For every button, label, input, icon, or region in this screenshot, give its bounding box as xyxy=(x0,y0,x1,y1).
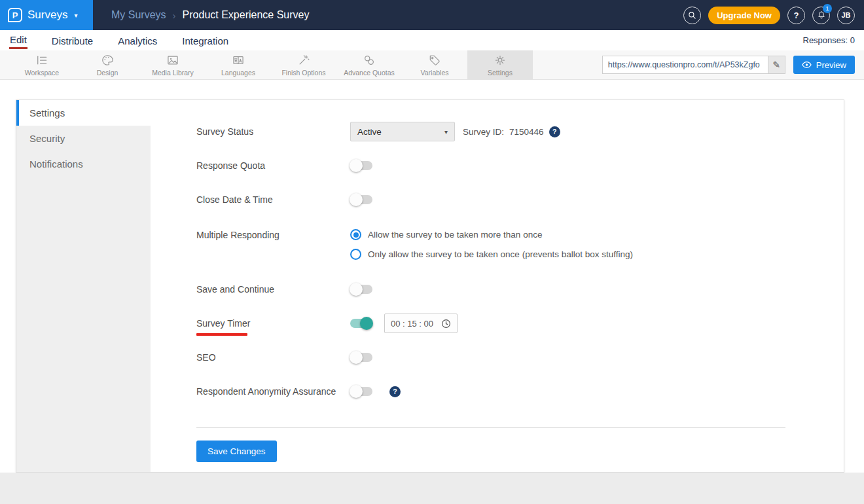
settings-card: Settings Security Notifications Survey S… xyxy=(16,99,844,473)
radio-button[interactable] xyxy=(350,229,361,240)
multiple-responding-row: Multiple Responding Allow the survey to … xyxy=(196,229,844,260)
workspace-icon xyxy=(35,54,48,67)
brand-label: Surveys xyxy=(27,9,67,22)
responses-count: Responses: 0 xyxy=(803,35,855,45)
settings-form: Survey Status Active ▾ Survey ID: 715044… xyxy=(151,100,844,472)
palette-icon xyxy=(101,54,114,67)
toolbar-item-label: Design xyxy=(97,69,118,77)
toolbar-item-variables[interactable]: Variables xyxy=(402,50,467,79)
radio-option-label[interactable]: Only allow the survey to be taken once (… xyxy=(368,249,633,259)
survey-id-label: Survey ID: xyxy=(463,127,504,137)
toolbar-item-finish-options[interactable]: Finish Options xyxy=(271,50,336,79)
question-mark-icon: ? xyxy=(794,10,799,20)
clock-icon xyxy=(441,319,451,329)
anonymity-help-icon[interactable]: ? xyxy=(389,386,401,397)
edit-url-button[interactable]: ✎ xyxy=(768,56,785,73)
survey-link-area: https://www.questionpro.com/t/AP53kZgfo … xyxy=(602,50,864,79)
avatar-initials: JB xyxy=(841,11,850,19)
toolbar-item-languages[interactable]: Languages xyxy=(206,50,271,79)
preview-button[interactable]: Preview xyxy=(793,56,855,74)
tab-distribute[interactable]: Distribute xyxy=(51,33,94,48)
respondent-anonymity-toggle[interactable] xyxy=(350,387,372,396)
multiple-responding-label: Multiple Responding xyxy=(196,230,350,240)
survey-timer-row: Survey Timer 00 : 15 : 00 xyxy=(196,314,844,333)
tag-icon xyxy=(428,54,441,67)
search-button[interactable] xyxy=(683,7,701,24)
avatar[interactable]: JB xyxy=(837,7,855,24)
toggle-knob xyxy=(360,317,373,330)
chevron-down-icon: ▾ xyxy=(444,128,448,135)
toggle-knob xyxy=(350,385,363,398)
toggle-knob xyxy=(350,159,363,172)
toolbar-item-settings[interactable]: Settings xyxy=(467,50,533,79)
sidebar-item-notifications[interactable]: Notifications xyxy=(16,151,151,177)
settings-sidebar: Settings Security Notifications xyxy=(16,100,151,472)
close-date-time-toggle[interactable] xyxy=(350,195,372,204)
survey-url-input[interactable]: https://www.questionpro.com/t/AP53kZgfo xyxy=(603,60,768,69)
survey-status-value: Active xyxy=(357,127,382,137)
sidebar-item-settings[interactable]: Settings xyxy=(16,100,151,126)
toolbar-item-workspace[interactable]: Workspace xyxy=(9,50,75,79)
survey-id-help-icon[interactable]: ? xyxy=(549,126,560,137)
save-and-continue-toggle[interactable] xyxy=(350,285,372,294)
survey-timer-time-value: 00 : 15 : 00 xyxy=(391,319,433,329)
radio-option-once-only[interactable]: Only allow the survey to be taken once (… xyxy=(350,249,633,260)
tab-integration[interactable]: Integration xyxy=(181,33,229,48)
toolbar-item-label: Variables xyxy=(421,69,449,77)
toolbar-item-label: Settings xyxy=(488,69,513,77)
survey-id-value: 7150446 xyxy=(509,127,544,137)
breadcrumb-separator-icon: › xyxy=(173,10,176,21)
survey-status-select[interactable]: Active ▾ xyxy=(350,122,455,141)
languages-icon xyxy=(232,54,245,67)
seo-row: SEO xyxy=(196,348,844,367)
survey-timer-underline-annotation xyxy=(196,333,247,336)
help-button[interactable]: ? xyxy=(787,7,805,24)
preview-button-label: Preview xyxy=(816,60,846,70)
tab-edit[interactable]: Edit xyxy=(9,31,27,49)
brand-menu[interactable]: P Surveys ▾ xyxy=(0,0,93,30)
sidebar-item-security[interactable]: Security xyxy=(16,126,151,151)
survey-timer-toggle[interactable] xyxy=(350,319,372,328)
breadcrumb: My Surveys › Product Experience Survey xyxy=(111,9,309,21)
toggle-knob xyxy=(350,193,363,206)
response-quota-toggle[interactable] xyxy=(350,161,372,170)
toolbar-item-media-library[interactable]: Media Library xyxy=(140,50,206,79)
page-background-band xyxy=(0,473,864,504)
pencil-icon: ✎ xyxy=(772,60,780,70)
survey-id-group: Survey ID: 7150446 ? xyxy=(463,126,560,137)
topbar-actions: Upgrade Now ? 1 JB xyxy=(683,7,864,24)
save-and-continue-label: Save and Continue xyxy=(196,284,350,295)
search-icon xyxy=(688,11,696,20)
upgrade-now-button[interactable]: Upgrade Now xyxy=(708,7,780,24)
page-content: Settings Security Notifications Survey S… xyxy=(0,80,864,473)
toolbar-item-label: Finish Options xyxy=(281,69,325,77)
tab-analytics[interactable]: Analytics xyxy=(117,33,158,48)
radio-option-label[interactable]: Allow the survey to be taken more than o… xyxy=(368,230,542,240)
seo-toggle[interactable] xyxy=(350,353,372,362)
survey-timer-time-input[interactable]: 00 : 15 : 00 xyxy=(384,314,458,333)
breadcrumb-my-surveys[interactable]: My Surveys xyxy=(111,9,166,21)
main-nav: Edit Distribute Analytics Integration Re… xyxy=(0,30,864,50)
notification-badge: 1 xyxy=(823,4,832,13)
toolbar-item-advance-quotas[interactable]: Advance Quotas xyxy=(336,50,402,79)
save-changes-button[interactable]: Save Changes xyxy=(196,441,277,462)
save-and-continue-row: Save and Continue xyxy=(196,279,844,299)
magic-wand-icon xyxy=(297,54,310,67)
questionpro-logo-icon: P xyxy=(8,8,22,22)
toolbar-item-design[interactable]: Design xyxy=(75,50,140,79)
toolbar-item-label: Advance Quotas xyxy=(344,69,395,77)
radio-option-multiple-allowed[interactable]: Allow the survey to be taken more than o… xyxy=(350,229,633,240)
breadcrumb-current-survey: Product Experience Survey xyxy=(183,9,310,21)
survey-url-field: https://www.questionpro.com/t/AP53kZgfo … xyxy=(602,56,785,74)
toolbar-item-label: Media Library xyxy=(152,69,194,77)
gear-icon xyxy=(494,54,507,67)
toggle-knob xyxy=(350,283,363,296)
notifications-button[interactable]: 1 xyxy=(812,7,830,24)
chevron-down-icon: ▾ xyxy=(74,12,77,19)
toolbar-item-label: Languages xyxy=(221,69,255,77)
image-icon xyxy=(166,54,179,67)
quota-links-icon xyxy=(363,54,376,67)
radio-button[interactable] xyxy=(350,249,361,260)
close-date-time-label: Close Date & Time xyxy=(196,194,350,205)
eye-icon xyxy=(802,61,812,69)
